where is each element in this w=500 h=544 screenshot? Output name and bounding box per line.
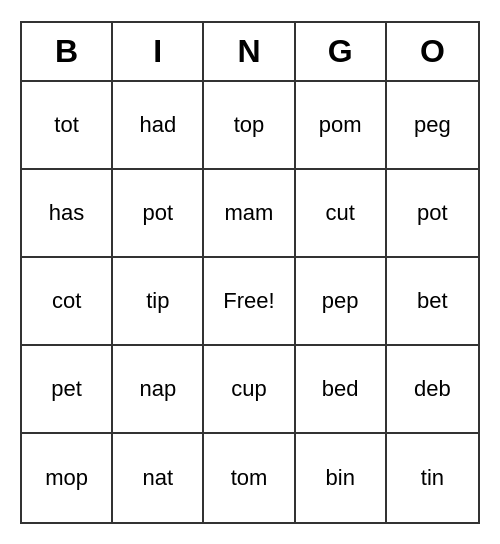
bingo-cell-r0-c0: tot — [22, 82, 113, 170]
bingo-cell-r3-c1: nap — [113, 346, 204, 434]
header-letter-B: B — [22, 23, 113, 80]
bingo-grid: tothadtoppompeghaspotmamcutpotcottipFree… — [22, 82, 478, 522]
bingo-cell-r0-c2: top — [204, 82, 295, 170]
header-letter-N: N — [204, 23, 295, 80]
bingo-cell-r4-c0: mop — [22, 434, 113, 522]
bingo-cell-r3-c3: bed — [296, 346, 387, 434]
bingo-cell-r3-c0: pet — [22, 346, 113, 434]
bingo-cell-r0-c3: pom — [296, 82, 387, 170]
bingo-cell-r3-c4: deb — [387, 346, 478, 434]
bingo-cell-r0-c4: peg — [387, 82, 478, 170]
bingo-cell-r4-c4: tin — [387, 434, 478, 522]
bingo-cell-r1-c3: cut — [296, 170, 387, 258]
bingo-cell-r2-c3: pep — [296, 258, 387, 346]
bingo-cell-r3-c2: cup — [204, 346, 295, 434]
bingo-cell-r4-c2: tom — [204, 434, 295, 522]
header-letter-I: I — [113, 23, 204, 80]
bingo-cell-r4-c1: nat — [113, 434, 204, 522]
bingo-card: BINGO tothadtoppompeghaspotmamcutpotcott… — [20, 21, 480, 524]
header-letter-O: O — [387, 23, 478, 80]
bingo-cell-r2-c1: tip — [113, 258, 204, 346]
bingo-cell-r0-c1: had — [113, 82, 204, 170]
bingo-cell-r2-c2: Free! — [204, 258, 295, 346]
bingo-cell-r2-c0: cot — [22, 258, 113, 346]
header-letter-G: G — [296, 23, 387, 80]
bingo-cell-r2-c4: bet — [387, 258, 478, 346]
bingo-cell-r1-c2: mam — [204, 170, 295, 258]
bingo-cell-r1-c0: has — [22, 170, 113, 258]
bingo-header: BINGO — [22, 23, 478, 82]
bingo-cell-r1-c4: pot — [387, 170, 478, 258]
bingo-cell-r1-c1: pot — [113, 170, 204, 258]
bingo-cell-r4-c3: bin — [296, 434, 387, 522]
